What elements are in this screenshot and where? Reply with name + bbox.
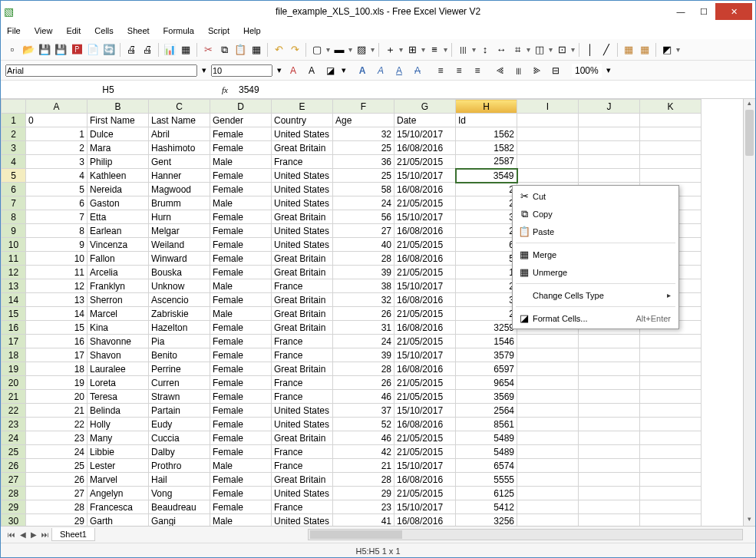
cell[interactable]: France: [272, 155, 333, 169]
cell[interactable]: Kina: [87, 321, 149, 335]
select-all-corner[interactable]: [2, 100, 26, 114]
halign-right-icon[interactable]: ⫸: [530, 64, 544, 78]
cell[interactable]: 28: [333, 473, 395, 487]
undo-icon[interactable]: ↶: [272, 43, 286, 57]
cell[interactable]: Great Britain: [272, 473, 333, 487]
cell[interactable]: Male: [210, 155, 272, 169]
cell[interactable]: Female: [210, 390, 272, 404]
cell[interactable]: 21/05/2015: [395, 335, 456, 348]
cell[interactable]: Dulce: [87, 127, 149, 141]
cell[interactable]: Partain: [149, 404, 210, 418]
cell[interactable]: 5489: [456, 431, 517, 445]
cell[interactable]: Hanner: [149, 169, 210, 183]
cell[interactable]: 46: [333, 390, 395, 404]
cell[interactable]: 1582: [456, 141, 517, 155]
cell[interactable]: Strawn: [149, 390, 210, 404]
cell[interactable]: 21/05/2015: [395, 155, 456, 169]
cell[interactable]: [579, 348, 640, 362]
cell[interactable]: 6574: [456, 459, 517, 473]
diag-icon[interactable]: ◩: [660, 43, 674, 57]
column-header[interactable]: C: [149, 100, 210, 114]
cell[interactable]: 2: [456, 224, 517, 238]
cell[interactable]: United States: [272, 224, 333, 238]
cell[interactable]: 27: [26, 487, 87, 500]
rowheight-icon[interactable]: ↕: [478, 43, 492, 57]
cell[interactable]: [517, 348, 579, 362]
cell[interactable]: [640, 514, 702, 527]
cell[interactable]: France: [272, 459, 333, 473]
cell[interactable]: Female: [210, 169, 272, 183]
cell[interactable]: [517, 431, 579, 445]
cell[interactable]: Great Britain: [272, 210, 333, 224]
cell[interactable]: 3: [26, 155, 87, 169]
table-icon[interactable]: ▦: [179, 43, 193, 57]
cell[interactable]: Gangi: [149, 514, 210, 527]
cell[interactable]: Female: [210, 238, 272, 252]
dropdown-icon[interactable]: ▾: [606, 65, 611, 75]
cell[interactable]: [517, 514, 579, 527]
cell[interactable]: France: [272, 376, 333, 390]
vertical-scrollbar[interactable]: ▴ ▾: [743, 99, 755, 526]
cell[interactable]: United States: [272, 169, 333, 183]
cell[interactable]: [640, 114, 702, 127]
dropdown-icon[interactable]: ▾: [371, 45, 375, 54]
cell[interactable]: 8561: [456, 418, 517, 431]
cell[interactable]: [640, 445, 702, 459]
strike-icon[interactable]: A: [411, 64, 424, 78]
menu-item-merge[interactable]: ▦Merge: [513, 246, 678, 263]
backcolor-icon[interactable]: A: [305, 64, 319, 78]
cell[interactable]: Male: [210, 514, 272, 527]
cell[interactable]: Abril: [149, 127, 210, 141]
cell[interactable]: Hail: [149, 473, 210, 487]
cell[interactable]: United States: [272, 238, 333, 252]
cell[interactable]: United States: [272, 196, 333, 210]
cell[interactable]: 21/05/2015: [395, 431, 456, 445]
cell[interactable]: 2: [26, 141, 87, 155]
cell[interactable]: 5: [26, 183, 87, 196]
cell[interactable]: [517, 390, 579, 404]
cell[interactable]: Hurn: [149, 210, 210, 224]
cell[interactable]: 21: [26, 404, 87, 418]
cell[interactable]: 18: [26, 362, 87, 376]
cell[interactable]: [579, 155, 640, 169]
cell[interactable]: 26: [333, 376, 395, 390]
dropdown-icon[interactable]: ▾: [571, 45, 575, 54]
cell[interactable]: 6125: [456, 487, 517, 500]
cell[interactable]: Female: [210, 183, 272, 196]
grid-icon[interactable]: ⊞: [405, 43, 419, 57]
cell[interactable]: 2564: [456, 404, 517, 418]
dropdown-icon[interactable]: ▾: [342, 65, 346, 75]
row-header[interactable]: 6: [2, 183, 26, 196]
cell[interactable]: 58: [333, 183, 395, 196]
cell[interactable]: [640, 169, 702, 183]
bold-icon[interactable]: A: [355, 64, 369, 78]
dropdown-icon[interactable]: ▾: [202, 65, 206, 75]
cell[interactable]: 13: [26, 293, 87, 307]
row-header[interactable]: 15: [2, 307, 26, 321]
cell[interactable]: 41: [333, 514, 395, 527]
cell[interactable]: 16/08/2016: [395, 418, 456, 431]
cell[interactable]: Winward: [149, 252, 210, 266]
row-header[interactable]: 20: [2, 376, 26, 390]
cell[interactable]: 23: [26, 431, 87, 445]
refresh-icon[interactable]: 🔄: [102, 43, 116, 57]
cell[interactable]: Great Britain: [272, 362, 333, 376]
cell[interactable]: 21: [333, 459, 395, 473]
cell[interactable]: Libbie: [87, 445, 149, 459]
cell[interactable]: [517, 335, 579, 348]
cell[interactable]: [579, 404, 640, 418]
cell[interactable]: 3: [456, 210, 517, 224]
cell[interactable]: 14: [26, 307, 87, 321]
cell[interactable]: 31: [333, 321, 395, 335]
cell[interactable]: [579, 445, 640, 459]
cell[interactable]: [579, 390, 640, 404]
cell[interactable]: [517, 445, 579, 459]
cell[interactable]: Dalby: [149, 445, 210, 459]
cell[interactable]: Female: [210, 293, 272, 307]
cols-icon[interactable]: ⫼: [456, 43, 470, 57]
cell[interactable]: 29: [333, 487, 395, 500]
menu-formula[interactable]: Formula: [163, 26, 194, 35]
cell[interactable]: 39: [333, 348, 395, 362]
cell[interactable]: 16/08/2016: [395, 473, 456, 487]
row-header[interactable]: 1: [2, 114, 26, 127]
